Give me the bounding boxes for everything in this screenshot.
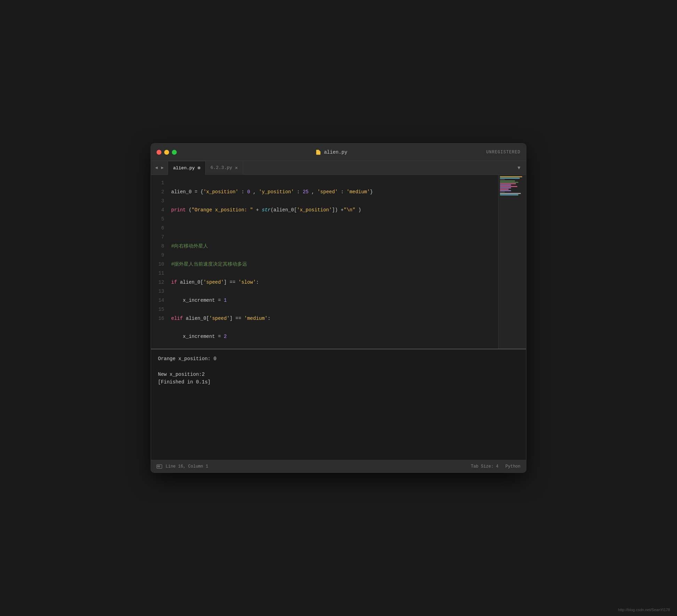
line-num-3: 3 [151, 196, 164, 205]
minimap-content [499, 175, 526, 197]
line-num-11: 11 [151, 269, 164, 278]
tab-alien-py[interactable]: alien.py [168, 161, 205, 175]
cursor-position: Line 16, Column 1 [166, 464, 208, 469]
code-line-8: elif alien_0['speed'] == 'medium': [171, 314, 498, 323]
close-button[interactable] [157, 150, 161, 155]
line-num-16: 16 [151, 314, 164, 323]
line-num-13: 13 [151, 287, 164, 296]
status-left: Line 16, Column 1 [157, 464, 208, 469]
line-num-8: 8 [151, 242, 164, 251]
code-editor[interactable]: alien_0 = {'x_position' : 0 , 'y_positio… [168, 175, 498, 349]
language-label[interactable]: Python [505, 464, 520, 469]
code-line-1: alien_0 = {'x_position' : 0 , 'y_positio… [171, 187, 498, 196]
nav-arrows: ◀ ▶ [154, 164, 165, 171]
watermark: http://blog.csdn.net/SeanYi178 [618, 608, 670, 612]
tab-label-623: 6.2.3.py [210, 165, 232, 170]
code-line-6: if alien_0['speed'] == 'slow': [171, 278, 498, 287]
line-num-9: 9 [151, 251, 164, 260]
code-line-9: x_increment = 2 [171, 332, 498, 341]
line-num-15: 15 [151, 305, 164, 314]
output-content: Orange x_position: 0 New x_position:2 [F… [151, 349, 526, 392]
editor-window: alien.py UNREGISTERED ◀ ▶ alien.py 6.2.3… [151, 143, 526, 473]
code-line-7: x_increment = 1 [171, 296, 498, 305]
output-panel: Orange x_position: 0 New x_position:2 [F… [151, 349, 526, 460]
minimize-button[interactable] [164, 150, 169, 155]
code-line-2: print ("Orange x_position: " + str(alien… [171, 205, 498, 214]
output-line-2: New x_position:2 [158, 371, 519, 378]
file-icon [316, 149, 321, 155]
line-num-12: 12 [151, 278, 164, 287]
tab-modified-dot [198, 167, 200, 169]
traffic-lights [157, 150, 177, 155]
code-line-5: #据外星人当前速度决定其移动多远 [171, 260, 498, 269]
title-bar: alien.py UNREGISTERED [151, 144, 526, 161]
maximize-button[interactable] [172, 150, 177, 155]
status-file-icon [157, 464, 162, 469]
nav-forward-button[interactable]: ▶ [160, 164, 165, 171]
line-num-1: 1 [151, 178, 164, 187]
editor-area: 1 2 3 4 5 6 7 8 9 10 11 12 13 14 15 16 a… [151, 175, 526, 349]
line-num-7: 7 [151, 233, 164, 242]
tab-close-icon[interactable]: ✕ [235, 165, 238, 170]
output-line-1: Orange x_position: 0 [158, 355, 519, 363]
unregistered-label: UNREGISTERED [486, 150, 520, 155]
output-line-blank [158, 363, 519, 370]
tab-size-label[interactable]: Tab Size: 4 [471, 464, 499, 469]
nav-back-button[interactable]: ◀ [154, 164, 159, 171]
tab-label-alien: alien.py [173, 165, 194, 171]
line-num-4: 4 [151, 205, 164, 214]
tab-623-py[interactable]: 6.2.3.py ✕ [206, 161, 243, 175]
window-title: alien.py [324, 149, 347, 155]
status-bar: Line 16, Column 1 Tab Size: 4 Python [151, 460, 526, 472]
line-num-14: 14 [151, 296, 164, 305]
code-line-4: #向右移动外星人 [171, 242, 498, 251]
line-num-10: 10 [151, 260, 164, 269]
line-numbers: 1 2 3 4 5 6 7 8 9 10 11 12 13 14 15 16 [151, 175, 168, 349]
code-line-3 [171, 224, 498, 233]
title-bar-center: alien.py [316, 149, 347, 155]
minimap [498, 175, 526, 349]
output-line-3: [Finished in 0.1s] [158, 378, 519, 386]
status-right: Tab Size: 4 Python [471, 464, 520, 469]
line-num-5: 5 [151, 214, 164, 224]
tabs-dropdown-button[interactable]: ▼ [515, 164, 523, 172]
tabs-bar: ◀ ▶ alien.py 6.2.3.py ✕ ▼ [151, 161, 526, 175]
line-num-2: 2 [151, 187, 164, 196]
line-num-6: 6 [151, 224, 164, 233]
